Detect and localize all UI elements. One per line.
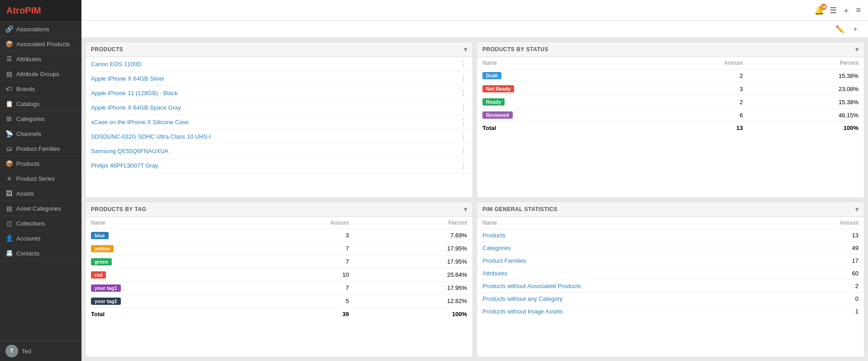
- table-row: Products without Image Assets 1: [477, 305, 864, 318]
- sidebar-item-label: Attributes: [16, 56, 41, 63]
- pim-products-without-image-link[interactable]: Products without Image Assets: [482, 308, 563, 315]
- list-item[interactable]: Canon EOS 1100D ⋮: [86, 57, 472, 72]
- pim-stats-content: Name Amount Products 13 Categories 49: [477, 217, 864, 357]
- products-by-tag-chevron[interactable]: ▾: [464, 206, 467, 213]
- sidebar-item-label: Attribute Groups: [16, 71, 59, 77]
- sidebar-item-accounts[interactable]: 👤 Accounts: [0, 231, 81, 246]
- status-percent: 23.08%: [748, 82, 864, 96]
- tag-red-badge: red: [91, 271, 106, 279]
- sidebar-item-assets[interactable]: 🖼 Assets: [0, 186, 81, 201]
- sidebar-item-label: Asset Categories: [16, 205, 61, 212]
- accounts-icon: 👤: [5, 235, 13, 242]
- pim-stat-amount: 60: [782, 267, 864, 279]
- sidebar-item-product-families[interactable]: 🗂 Product Families: [0, 141, 81, 156]
- sidebar-item-label: Categories: [16, 116, 45, 122]
- list-item[interactable]: Samsung QE55Q6FNAUXUA ⋮: [86, 144, 472, 159]
- sidebar-item-collections[interactable]: ◫ Collections: [0, 216, 81, 231]
- row-menu-icon[interactable]: ⋮: [460, 118, 467, 126]
- sidebar-item-attribute-groups[interactable]: ▤ Attribute Groups: [0, 67, 81, 82]
- tag-percent: 7.69%: [354, 229, 472, 242]
- pim-categories-link[interactable]: Categories: [482, 245, 511, 251]
- topbar: 🔔 18 ☰ ＋ ≡: [81, 0, 868, 21]
- product-link[interactable]: xCase on the iPhone X Silicone Case: [91, 119, 189, 125]
- pim-products-without-associated-link[interactable]: Products without Associated Products: [482, 283, 581, 289]
- product-link[interactable]: Apple iPhone 11 (128GB) - Black: [91, 90, 178, 96]
- table-row: Draft 2 15.38%: [477, 69, 864, 82]
- product-series-icon: ≡: [5, 175, 13, 182]
- list-item[interactable]: Philips 46PFL9007T Gray ⋮: [86, 159, 472, 173]
- products-panel-chevron[interactable]: ▾: [464, 46, 467, 53]
- status-total-percent: 100%: [748, 122, 864, 135]
- sidebar-item-brands[interactable]: 🏷 Brands: [0, 82, 81, 96]
- edit-button[interactable]: ✏️: [834, 23, 846, 35]
- row-menu-icon[interactable]: ⋮: [460, 161, 467, 170]
- pim-stats-chevron[interactable]: ▾: [855, 206, 859, 213]
- tag-your2-badge: your tag2: [91, 298, 121, 305]
- tag-percent: 17.95%: [354, 255, 472, 268]
- status-amount: 3: [637, 82, 748, 96]
- tag-percent: 17.95%: [354, 281, 472, 294]
- sidebar-item-asset-categories[interactable]: ▤ Asset Categories: [0, 201, 81, 216]
- tag-col-amount: Amount: [241, 217, 354, 229]
- row-menu-icon[interactable]: ⋮: [460, 103, 467, 112]
- list-item[interactable]: xCase on the iPhone X Silicone Case ⋮: [86, 115, 472, 130]
- list-item[interactable]: Apple iPhone X 64GB Silver ⋮: [86, 72, 472, 86]
- row-menu-icon[interactable]: ⋮: [460, 132, 467, 141]
- sidebar: AtroPIM 🔗 Associations 📦 Associated Prod…: [0, 0, 81, 361]
- sidebar-item-product-series[interactable]: ≡ Product Series: [0, 171, 81, 186]
- sidebar-item-products[interactable]: 📦 Products: [0, 156, 81, 171]
- sidebar-item-channels[interactable]: 📡 Channels: [0, 126, 81, 141]
- list-item[interactable]: Apple iPhone X 64GB Space Gray ⋮: [86, 101, 472, 115]
- sidebar-item-label: Assets: [16, 190, 34, 197]
- product-link[interactable]: Samsung QE55Q6FNAUXUA: [91, 148, 168, 154]
- status-col-percent: Percent: [748, 57, 864, 69]
- sidebar-item-categories[interactable]: ⊞ Categories: [0, 111, 81, 126]
- products-by-status-title: PRODUCTS BY STATUS: [482, 46, 548, 53]
- list-item[interactable]: Apple iPhone 11 (128GB) - Black ⋮: [86, 86, 472, 101]
- table-row: Attributes 60: [477, 267, 864, 279]
- pim-stat-amount: 1: [782, 305, 864, 318]
- asset-categories-icon: ▤: [5, 205, 13, 212]
- sidebar-item-associated-products[interactable]: 📦 Associated Products: [0, 37, 81, 52]
- product-link[interactable]: SDSDUNC-032G SDHC Ultra Class 10 UHS-I: [91, 133, 211, 140]
- add-button[interactable]: ＋: [842, 5, 850, 16]
- sidebar-item-label: Accounts: [16, 235, 40, 242]
- sidebar-item-catalogs[interactable]: 📋 Catalogs: [0, 96, 81, 111]
- product-link[interactable]: Apple iPhone X 64GB Space Gray: [91, 104, 181, 111]
- tag-total-percent: 100%: [354, 308, 472, 320]
- pim-col-name: Name: [477, 217, 782, 229]
- list-item[interactable]: SDSDUNC-032G SDHC Ultra Class 10 UHS-I ⋮: [86, 130, 472, 144]
- menu-button[interactable]: ≡: [856, 5, 861, 15]
- pim-stat-amount: 0: [782, 292, 864, 305]
- row-menu-icon[interactable]: ⋮: [460, 147, 467, 155]
- table-row: Ready 2 15.38%: [477, 96, 864, 109]
- sidebar-item-contacts[interactable]: 📇 Contacts: [0, 246, 81, 261]
- status-badge-not-ready: Not Ready: [482, 85, 514, 92]
- products-list: Canon EOS 1100D ⋮ Apple iPhone X 64GB Si…: [86, 57, 472, 197]
- pim-products-link[interactable]: Products: [482, 232, 506, 239]
- table-row: Product Families 17: [477, 254, 864, 267]
- sidebar-item-attributes[interactable]: ☰ Attributes: [0, 52, 81, 67]
- user-profile-area[interactable]: T Ted: [0, 341, 81, 361]
- products-by-status-content: Name Amount Percent Draft 2 15.38% Not R…: [477, 57, 864, 197]
- table-row: yellow 7 17.95%: [86, 242, 472, 255]
- product-link[interactable]: Apple iPhone X 64GB Silver: [91, 75, 165, 82]
- product-link[interactable]: Philips 46PFL9007T Gray: [91, 162, 158, 169]
- row-menu-icon[interactable]: ⋮: [460, 74, 467, 83]
- products-by-status-chevron[interactable]: ▾: [855, 46, 859, 53]
- add-widget-button[interactable]: ＋: [850, 23, 861, 36]
- list-icon-button[interactable]: ☰: [830, 5, 837, 15]
- sidebar-item-associations[interactable]: 🔗 Associations: [0, 22, 81, 37]
- table-row: Categories 49: [477, 241, 864, 254]
- row-menu-icon[interactable]: ⋮: [460, 89, 467, 97]
- row-menu-icon[interactable]: ⋮: [460, 60, 467, 68]
- product-link[interactable]: Canon EOS 1100D: [91, 61, 141, 67]
- notification-bell-button[interactable]: 🔔 18: [814, 5, 824, 15]
- tag-percent: 25.64%: [354, 268, 472, 281]
- table-row: your tag1 7 17.95%: [86, 281, 472, 294]
- pim-attributes-link[interactable]: Attributes: [482, 270, 507, 277]
- pim-product-families-link[interactable]: Product Families: [482, 257, 526, 264]
- attribute-groups-icon: ▤: [5, 70, 13, 77]
- assets-icon: 🖼: [5, 190, 13, 197]
- pim-products-without-category-link[interactable]: Products without any Category: [482, 295, 563, 302]
